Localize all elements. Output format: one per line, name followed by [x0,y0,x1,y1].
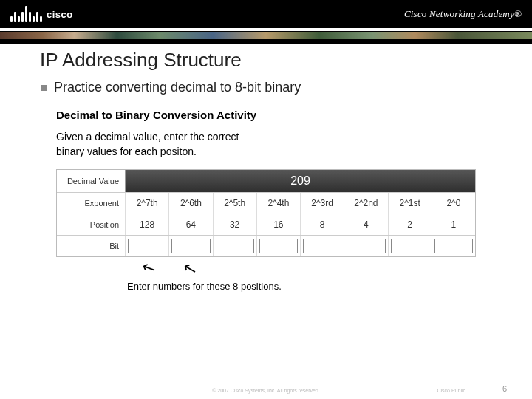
page-number: 6 [502,384,507,393]
activity-block: Decimal to Binary Conversion Activity Gi… [56,109,476,292]
exponent-row: Exponent 2^7th 2^6th 2^5th 2^4th 2^3rd 2… [57,192,475,214]
bit-cell [432,236,475,256]
activity-desc-line1: Given a decimal value, enter the correct [56,131,239,143]
exponent-label: Exponent [57,193,125,214]
conversion-table: Decimal Value 209 Exponent 2^7th 2^6th 2… [56,169,476,257]
position-row: Position 128 64 32 16 8 4 2 1 [57,214,475,235]
slide-content: IP Addressing Structure Practice convert… [0,40,532,292]
footer-right-text: Cisco Public [437,388,466,393]
header-top-bar: cisco Cisco Networking Academy® [0,0,532,28]
arrow-icon: ↖ [166,254,214,284]
bit-cell [213,236,256,256]
bit-input-6[interactable] [171,239,210,253]
cisco-bars-icon [10,6,42,22]
exponent-cell: 2^6th [168,193,212,214]
exponent-cell: 2^1st [388,193,432,214]
bit-cell [388,236,432,256]
header-photo-strip [0,31,532,40]
position-cell: 4 [344,214,387,235]
bit-cell [168,236,212,256]
decimal-value-cell: 209 [125,170,475,192]
bit-cell [256,236,300,256]
bullet-line: Practice converting decimal to 8-bit bin… [40,80,492,95]
bit-cell [300,236,344,256]
bullet-text: Practice converting decimal to 8-bit bin… [54,80,301,95]
position-cell: 32 [213,214,256,235]
activity-description: Given a decimal value, enter the correct… [56,130,476,159]
decimal-value-label: Decimal Value [57,170,125,192]
position-cell: 8 [300,214,344,235]
position-label: Position [57,214,125,235]
footer-copyright: © 2007 Cisco Systems, Inc. All rights re… [212,388,320,393]
exponent-cell: 2^5th [213,193,256,214]
position-cell: 1 [432,214,475,235]
bit-caption: Enter numbers for these 8 positions. [127,281,476,292]
exponent-cell: 2^0 [432,193,475,214]
header-band: cisco Cisco Networking Academy® [0,0,532,40]
exponent-cell: 2^4th [256,193,300,214]
decimal-value-row: Decimal Value 209 [57,170,475,192]
position-cell: 64 [168,214,212,235]
bit-input-2[interactable] [347,239,385,253]
position-cell: 16 [256,214,300,235]
bit-input-1[interactable] [391,239,429,253]
bit-cell [344,236,387,256]
header-thin-bar [0,40,532,44]
cisco-brand-text: cisco [47,8,73,20]
academy-text: Cisco Networking Academy® [404,8,522,20]
exponent-cell: 2^3rd [300,193,344,214]
slide-footer: © 2007 Cisco Systems, Inc. All rights re… [0,388,532,393]
slide-title: IP Addressing Structure [40,49,492,75]
bit-row: Bit [57,235,475,256]
bullet-icon [41,85,47,91]
bit-input-5[interactable] [216,239,254,253]
position-cell: 128 [125,214,168,235]
exponent-cell: 2^7th [125,193,168,214]
bit-input-4[interactable] [259,239,298,253]
bit-label: Bit [57,236,125,256]
cisco-logo: cisco [10,6,73,22]
activity-title: Decimal to Binary Conversion Activity [56,109,476,121]
exponent-cell: 2^2nd [344,193,387,214]
arrow-indicators: ↖ ↖ [127,259,476,278]
activity-desc-line2: binary values for each positon. [56,146,197,157]
bit-input-3[interactable] [303,239,341,253]
bit-input-0[interactable] [434,239,473,253]
position-cell: 2 [388,214,432,235]
